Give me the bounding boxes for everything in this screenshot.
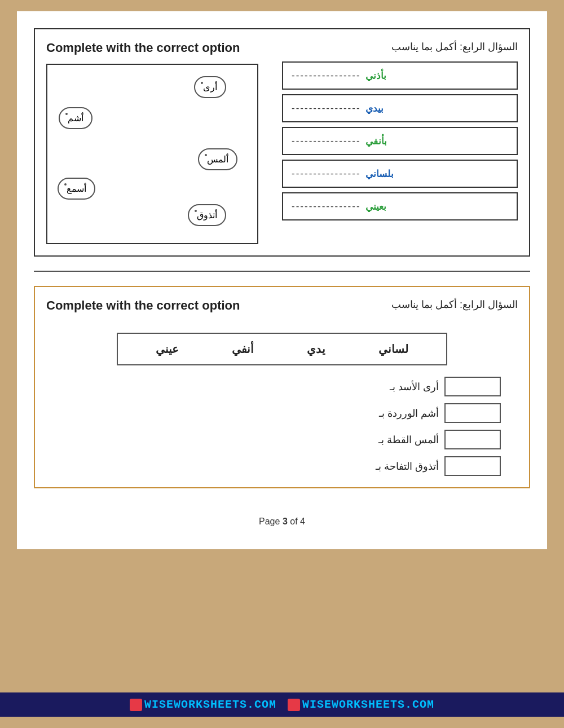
- answer-dashes-3: ----------------: [292, 135, 361, 147]
- page-number: Page 3 of 4: [34, 511, 530, 532]
- section2-title-en: Complete with the correct option: [46, 298, 240, 313]
- answer-word-4: بلساني: [365, 168, 394, 180]
- page-of: of: [290, 517, 297, 526]
- answer-box-3: بأنفي ----------------: [282, 127, 518, 155]
- answer-box-5: بعيني ----------------: [282, 192, 518, 220]
- fill-rows: أرى الأسد بـ أشم الورردة بـ ألمس القطة ب…: [46, 377, 518, 476]
- fill-label-2: أشم الورردة بـ: [379, 407, 439, 420]
- section-divider: [34, 271, 530, 272]
- footer-logo-left: WISEWORKSHEETS.COM: [130, 698, 276, 711]
- cloud-alms: ألمس: [198, 148, 237, 170]
- page-total: 4: [300, 517, 305, 526]
- answer-box-2: بيدي ----------------: [282, 94, 518, 122]
- fill-row-4: أتذوق التفاحة بـ: [376, 456, 501, 476]
- option-lisani: لساني: [378, 342, 408, 356]
- section1-right: السؤال الرابع: أكمل بما يناسب بأذني ----…: [282, 41, 518, 225]
- answer-dashes-1: ----------------: [292, 70, 361, 81]
- answer-word-3: بأنفي: [365, 135, 387, 147]
- cloud-atdhwq: أتذوق: [188, 204, 226, 226]
- fill-label-3: ألمس القطة بـ: [378, 434, 439, 446]
- section1-title-en: Complete with the correct option: [46, 41, 258, 55]
- cloud-asma: أسمع: [58, 178, 95, 200]
- fill-label-4: أتذوق التفاحة بـ: [376, 460, 439, 473]
- answer-word-1: بأذني: [365, 70, 386, 82]
- option-ayni: عيني: [156, 342, 179, 356]
- section2: Complete with the correct option السؤال …: [34, 286, 530, 488]
- fill-input-4[interactable]: [444, 456, 501, 476]
- section1-title-ar: السؤال الرابع: أكمل بما يناسب: [282, 41, 518, 53]
- fill-input-3[interactable]: [444, 430, 501, 449]
- section2-header: Complete with the correct option السؤال …: [46, 298, 518, 321]
- cloud-ary: أرى: [194, 76, 226, 98]
- footer-icon-right: [288, 699, 300, 711]
- answer-dashes-4: ----------------: [292, 168, 361, 179]
- fill-row-2: أشم الورردة بـ: [379, 403, 501, 423]
- option-anfi: أنفي: [232, 342, 254, 356]
- footer-logo-right: WISEWORKSHEETS.COM: [288, 698, 434, 711]
- section2-title-ar: السؤال الرابع: أكمل بما يناسب: [391, 298, 518, 311]
- answer-dashes-2: ----------------: [292, 103, 361, 114]
- section1-left: Complete with the correct option أرى أشم…: [46, 41, 258, 244]
- option-yadi: يدي: [307, 342, 325, 356]
- footer-text-left: WISEWORKSHEETS.COM: [144, 698, 276, 711]
- footer-icon-left: [130, 699, 142, 711]
- fill-row-3: ألمس القطة بـ: [378, 430, 501, 449]
- fill-label-1: أرى الأسد بـ: [390, 381, 439, 393]
- answer-box-4: بلساني ----------------: [282, 160, 518, 188]
- section1: Complete with the correct option أرى أشم…: [34, 28, 530, 257]
- page-label: Page: [259, 517, 280, 526]
- footer-text-right: WISEWORKSHEETS.COM: [302, 698, 434, 711]
- fill-input-1[interactable]: [444, 377, 501, 396]
- answer-box-1: بأذني ----------------: [282, 61, 518, 90]
- cloud-diagram: أرى أشم ألمس أسمع أتذوق: [46, 64, 258, 244]
- options-table: لساني يدي أنفي عيني: [117, 333, 447, 365]
- fill-row-1: أرى الأسد بـ: [390, 377, 501, 396]
- footer: WISEWORKSHEETS.COM WISEWORKSHEETS.COM: [0, 692, 564, 717]
- page-current: 3: [283, 517, 288, 526]
- answer-word-2: بيدي: [365, 103, 384, 114]
- fill-input-2[interactable]: [444, 403, 501, 423]
- answer-dashes-5: ----------------: [292, 201, 361, 212]
- answer-word-5: بعيني: [365, 201, 386, 213]
- page-container: Complete with the correct option أرى أشم…: [17, 11, 547, 549]
- cloud-ashm: أشم: [59, 107, 92, 129]
